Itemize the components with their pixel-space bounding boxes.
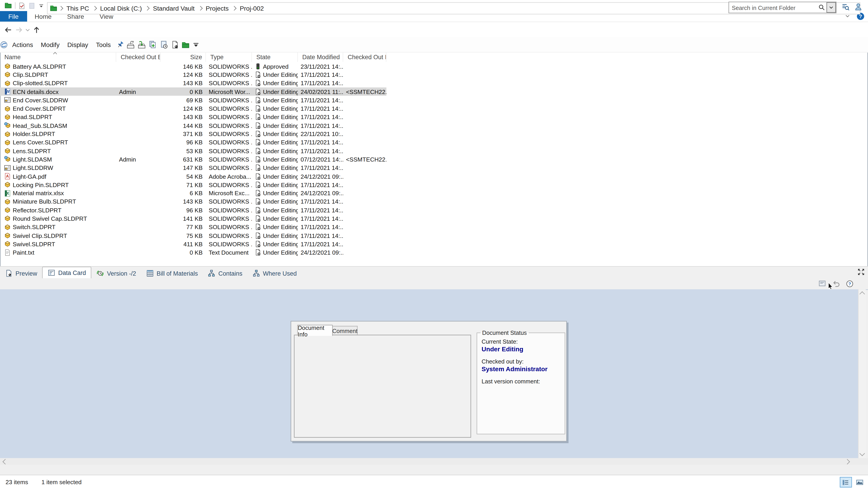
panel-tab-where-used[interactable]: Where Used — [247, 268, 302, 278]
pdm-menu-display[interactable]: Display — [64, 41, 92, 48]
file-row[interactable]: Holder.SLDPRT371 KBSOLIDWORKS ...Under E… — [0, 130, 386, 138]
file-row[interactable]: Lens Cover.SLDPRT96 KBSOLIDWORKS ...Unde… — [0, 138, 386, 147]
user-icon[interactable] — [854, 3, 863, 11]
search-icon[interactable] — [818, 4, 826, 11]
breadcrumb-item[interactable]: Standard Vault — [151, 5, 197, 11]
breadcrumb-separator-icon — [92, 6, 97, 11]
search-input[interactable] — [729, 4, 818, 11]
check-out-icon[interactable] — [126, 40, 135, 49]
file-row[interactable]: Switch.SLDPRT77 KBSOLIDWORKS ...Under Ed… — [0, 223, 386, 231]
file-row[interactable]: WECN details.docxAdmin0 KBMicrosoft Wor.… — [0, 88, 386, 96]
recent-locations-icon[interactable] — [25, 27, 30, 33]
pdm-menu-tools[interactable]: Tools — [93, 41, 114, 48]
file-name: Head_Sub.SLDASM — [13, 122, 67, 129]
file-row[interactable]: Swivel.SLDPRT411 KBSOLIDWORKS ...Under E… — [0, 240, 386, 248]
file-row[interactable]: Reflector.SLDPRT96 KBSOLIDWORKS ...Under… — [0, 206, 386, 214]
forward-icon[interactable] — [14, 26, 23, 34]
file-row[interactable]: Paint.txt0 KBText DocumentUnder Editing2… — [0, 248, 386, 256]
breadcrumb-item[interactable]: This PC — [64, 5, 91, 11]
breadcrumb-item[interactable]: Projects — [204, 5, 231, 11]
file-row[interactable]: Clip.SLDPRT124 KBSOLIDWORKS ...Under Edi… — [0, 70, 386, 79]
part-icon — [4, 232, 11, 239]
under-editing-state-icon — [255, 223, 261, 231]
breadcrumb-item[interactable]: Local Disk (C:) — [98, 5, 144, 11]
column-header-checked_out_by[interactable]: Checked Out By — [116, 52, 160, 62]
get-version-icon[interactable] — [160, 40, 168, 49]
file-row[interactable]: Light.SLDDRW147 KBSOLIDWORKS ...Under Ed… — [0, 164, 386, 172]
check-document-icon[interactable] — [18, 2, 26, 9]
column-header-type[interactable]: Type — [206, 52, 252, 62]
pdf-doc-icon: A — [4, 173, 11, 180]
panel-tab-data-card[interactable]: Data Card — [42, 267, 91, 278]
back-icon[interactable] — [4, 26, 13, 34]
date-modified-cell: 17/11/2021 14:... — [298, 139, 343, 145]
scroll-right-icon[interactable] — [844, 459, 850, 464]
details-view-button[interactable] — [840, 477, 852, 488]
state-text: Under Editing — [263, 198, 298, 205]
breadcrumb-item[interactable]: Proj-002 — [238, 5, 266, 11]
expand-icon[interactable] — [857, 268, 865, 275]
file-row[interactable]: ALight-GA.pdf54 KBAdobe Acroba...Under E… — [0, 172, 386, 180]
vertical-scrollbar[interactable] — [858, 289, 866, 458]
file-row[interactable]: Lens.SLDPRT53 KBSOLIDWORKS ...Under Edit… — [0, 147, 386, 155]
type-cell: SOLIDWORKS ... — [206, 198, 252, 205]
file-row[interactable]: Locking Pin.SLDPRT71 KBSOLIDWORKS ...Und… — [0, 181, 386, 189]
panel-tab-bill-of-materials[interactable]: Bill of Materials — [141, 268, 203, 278]
panel-tab-contains[interactable]: Contains — [203, 268, 247, 278]
scroll-left-icon[interactable] — [2, 459, 8, 464]
state-text: Under Editing — [263, 232, 298, 239]
tab-comment[interactable]: Comment — [332, 326, 358, 335]
scroll-up-icon[interactable] — [860, 291, 865, 297]
column-header-state[interactable]: State — [252, 52, 298, 62]
column-header-checked_out_in[interactable]: Checked Out In — [343, 52, 386, 62]
ribbon-tab-file[interactable]: File — [0, 11, 27, 22]
up-icon[interactable] — [32, 26, 41, 34]
vault-folder-icon[interactable] — [182, 41, 190, 49]
file-row[interactable]: End Cover.SLDPRT124 KBSOLIDWORKS ...Unde… — [0, 104, 386, 113]
column-header-size[interactable]: Size — [160, 52, 206, 62]
under-editing-state-icon — [255, 156, 261, 163]
file-preview-icon[interactable] — [170, 40, 180, 49]
text-doc-icon — [4, 249, 11, 256]
panel-tab-label: Data Card — [58, 269, 86, 276]
file-row[interactable]: Head.SLDPRT143 KBSOLIDWORKS ...Under Edi… — [0, 113, 386, 121]
blank-document-icon[interactable] — [28, 2, 35, 9]
file-row[interactable]: Round Swivel Cap.SLDPRT141 KBSOLIDWORKS … — [0, 215, 386, 223]
panel-tab-preview[interactable]: Preview — [0, 268, 42, 278]
more-actions-icon[interactable] — [192, 41, 200, 48]
advanced-search-icon[interactable] — [841, 3, 850, 11]
qat-dropdown-icon[interactable] — [38, 2, 44, 8]
column-header-modified[interactable]: Date Modified — [298, 52, 343, 62]
file-row[interactable]: Clip-slotted.SLDPRT143 KBSOLIDWORKS ...U… — [0, 79, 386, 87]
file-row[interactable]: Battery AA.SLDPRT146 KBSOLIDWORKS ...App… — [0, 62, 386, 70]
column-header-name[interactable]: Name — [0, 52, 116, 62]
part-icon — [4, 223, 11, 231]
panel-tab-version-2[interactable]: Version -/2 — [92, 268, 141, 278]
thumbnails-view-button[interactable] — [854, 477, 866, 488]
file-row[interactable]: Miniature Bulb.SLDPRT143 KBSOLIDWORKS ..… — [0, 197, 386, 206]
file-row[interactable]: XMaterial matrix.xlsx6 KBMicrosoft Exc..… — [0, 189, 386, 197]
get-latest-version-icon[interactable] — [149, 40, 157, 49]
breadcrumb-separator-icon — [198, 6, 203, 11]
address-row — [0, 22, 868, 38]
search-dropdown-button[interactable] — [827, 2, 836, 13]
file-row[interactable]: Light.SLDASMAdmin631 KBSOLIDWORKS ...Und… — [0, 155, 386, 163]
state-text: Under Editing — [263, 173, 298, 180]
pdm-menu-modify[interactable]: Modify — [37, 41, 63, 48]
panel-help-icon[interactable]: ? — [846, 280, 854, 287]
type-cell: SOLIDWORKS ... — [206, 97, 252, 103]
current-state-value: Under Editing — [482, 346, 524, 352]
tab-document-info[interactable]: Document Info — [297, 325, 333, 336]
pdm-menu-actions[interactable]: Actions — [9, 41, 36, 48]
pin-icon[interactable] — [116, 41, 124, 48]
scroll-down-icon[interactable] — [860, 451, 865, 456]
file-row[interactable]: End Cover.SLDDRW69 KBSOLIDWORKS ...Under… — [0, 96, 386, 104]
state-text: Under Editing — [263, 105, 298, 112]
file-row[interactable]: Swivel Clip.SLDPRT75 KBSOLIDWORKS ...Und… — [0, 231, 386, 240]
check-in-icon[interactable] — [137, 40, 146, 49]
drawing-icon — [4, 96, 11, 104]
file-row[interactable]: Head_Sub.SLDASM144 KBSOLIDWORKS ...Under… — [0, 121, 386, 130]
state-text: Under Editing — [263, 122, 298, 129]
horizontal-scrollbar[interactable] — [0, 458, 868, 465]
card-edit-icon[interactable] — [818, 280, 827, 288]
